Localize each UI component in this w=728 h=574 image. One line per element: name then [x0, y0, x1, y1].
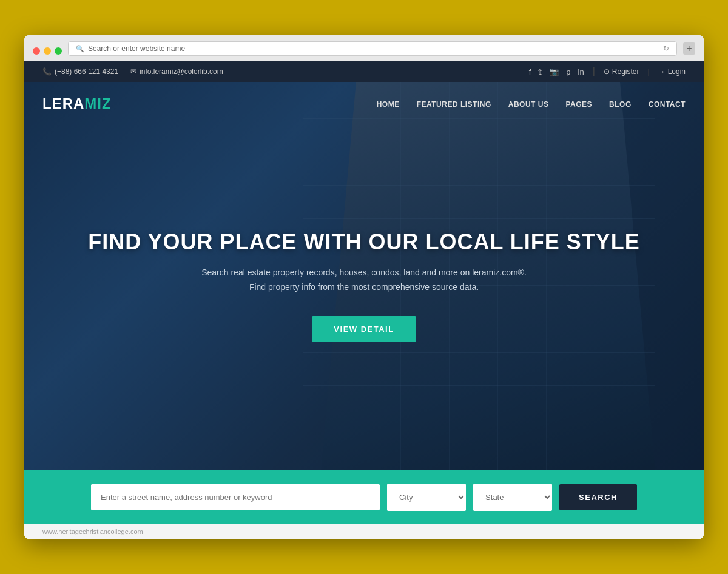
- close-button[interactable]: [33, 47, 40, 55]
- hero-section: LERAMIZ HOME FEATURED LISTING ABOUT US P…: [24, 82, 704, 470]
- hero-content: FIND YOUR PLACE WITH OUR LOCAL LIFE STYL…: [24, 101, 704, 470]
- search-button[interactable]: SEARCH: [559, 484, 637, 510]
- top-bar-left: 📞 (+88) 666 121 4321 ✉ info.leramiz@colo…: [42, 67, 223, 76]
- hero-subtitle-line2: Find property info from the most compreh…: [249, 282, 479, 292]
- search-icon: 🔍: [76, 45, 84, 53]
- phone-contact: 📞 (+88) 666 121 4321: [42, 67, 118, 76]
- city-select[interactable]: City New York Los Angeles Chicago Housto…: [387, 484, 466, 511]
- social-icons: f 𝕥 📷 p in: [529, 67, 584, 76]
- browser-window: 🔍 Search or enter website name ↻ + 📞 (+8…: [24, 35, 704, 539]
- top-bar-right: f 𝕥 📷 p in | ⊙ Register | → Login: [529, 66, 686, 77]
- login-label: Login: [668, 67, 686, 76]
- new-tab-button[interactable]: +: [683, 42, 695, 55]
- address-bar[interactable]: 🔍 Search or enter website name ↻: [68, 41, 677, 56]
- state-select[interactable]: State New York California Texas Florida: [473, 484, 552, 511]
- register-link[interactable]: ⊙ Register: [604, 67, 639, 76]
- login-icon: →: [658, 67, 666, 76]
- hero-subtitle: Search real estate property records, hou…: [201, 266, 527, 295]
- email-icon: ✉: [130, 67, 136, 76]
- phone-icon: 📞: [42, 67, 52, 76]
- hero-subtitle-line1: Search real estate property records, hou…: [201, 268, 527, 277]
- divider-2: |: [648, 67, 650, 76]
- minimize-button[interactable]: [44, 47, 51, 55]
- search-input[interactable]: [91, 484, 380, 510]
- email-address: info.leramiz@colorlib.com: [140, 67, 223, 76]
- search-bar-section: City New York Los Angeles Chicago Housto…: [24, 470, 704, 524]
- view-detail-button[interactable]: VIEW DETAIL: [312, 316, 416, 342]
- linkedin-icon[interactable]: in: [578, 67, 584, 76]
- divider-1: |: [593, 66, 595, 77]
- hero-title: FIND YOUR PLACE WITH OUR LOCAL LIFE STYL…: [88, 229, 640, 255]
- fullscreen-button[interactable]: [55, 47, 62, 55]
- register-icon: ⊙: [604, 67, 610, 76]
- watermark: www.heritagechristiancollege.com: [24, 524, 704, 539]
- traffic-lights: [33, 47, 62, 55]
- pinterest-icon[interactable]: p: [566, 67, 570, 76]
- top-bar: 📞 (+88) 666 121 4321 ✉ info.leramiz@colo…: [24, 61, 704, 82]
- email-contact: ✉ info.leramiz@colorlib.com: [130, 67, 223, 76]
- instagram-icon[interactable]: 📷: [549, 67, 559, 76]
- watermark-text: www.heritagechristiancollege.com: [42, 528, 143, 535]
- auth-links: ⊙ Register | → Login: [604, 67, 686, 76]
- browser-chrome: 🔍 Search or enter website name ↻ +: [24, 35, 704, 61]
- facebook-icon[interactable]: f: [529, 67, 531, 76]
- website-content: 📞 (+88) 666 121 4321 ✉ info.leramiz@colo…: [24, 61, 704, 539]
- register-label: Register: [612, 67, 639, 76]
- search-bar-inner: City New York Los Angeles Chicago Housto…: [91, 484, 637, 511]
- twitter-icon[interactable]: 𝕥: [538, 67, 542, 76]
- login-link[interactable]: → Login: [658, 67, 686, 76]
- phone-number: (+88) 666 121 4321: [55, 67, 118, 76]
- address-bar-text: Search or enter website name: [88, 44, 185, 53]
- reload-icon[interactable]: ↻: [663, 44, 669, 53]
